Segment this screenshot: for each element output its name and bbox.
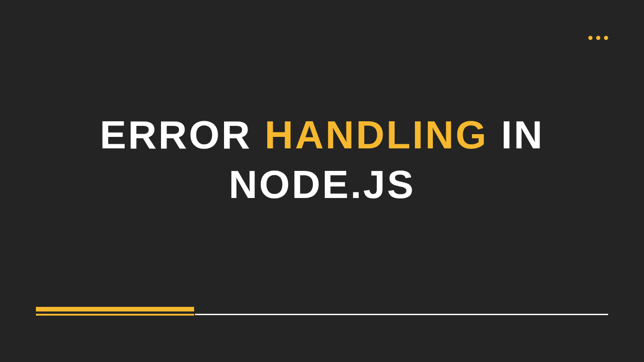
decorative-underline — [36, 307, 608, 316]
dot-icon — [596, 36, 600, 40]
title-line-2: NODE.JS — [0, 160, 644, 209]
title-word-error: ERROR — [100, 113, 252, 157]
yellow-bar-thin — [36, 314, 194, 316]
title-line-1: ERROR HANDLING IN — [0, 110, 644, 160]
white-line — [195, 314, 608, 315]
title-word-handling: HANDLING — [264, 113, 488, 157]
dot-icon — [588, 36, 592, 40]
decorative-dots — [588, 36, 608, 40]
title-word-in: IN — [501, 113, 544, 157]
yellow-bar-thick — [36, 307, 194, 311]
dot-icon — [604, 36, 608, 40]
slide-title: ERROR HANDLING IN NODE.JS — [0, 110, 644, 209]
